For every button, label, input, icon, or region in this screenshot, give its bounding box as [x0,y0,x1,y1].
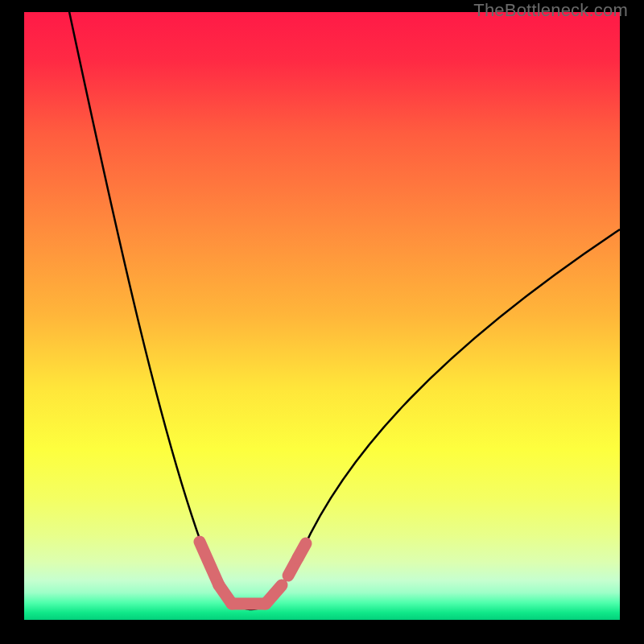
marker-band-segment [298,543,306,558]
bottleneck-curve-svg [24,12,620,620]
marker-band-segment [200,542,219,585]
chart-frame [24,12,620,620]
bottleneck-curve [68,12,620,609]
marker-band-segment [266,585,282,604]
watermark-text: TheBottleneck.com [473,0,628,21]
